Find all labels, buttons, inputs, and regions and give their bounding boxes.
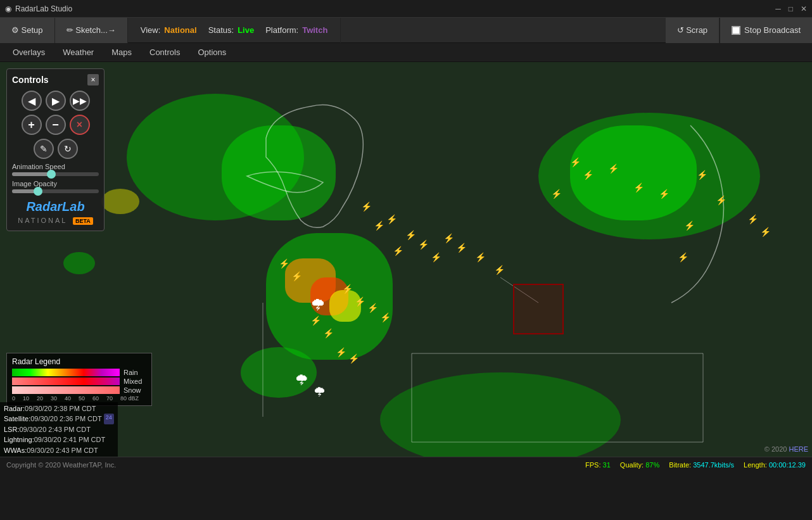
legend-row-mixed: Mixed <box>12 377 146 385</box>
image-opacity-track[interactable] <box>12 189 99 193</box>
edit-controls: ✎ ↻ <box>12 139 99 159</box>
stop-checkbox[interactable] <box>732 26 740 35</box>
menu-options[interactable]: Options <box>190 45 234 60</box>
map-area[interactable]: ⚡ ⚡ ⚡ ⚡ ⚡ ⚡ ⚡ ⚡ ⚡ ⚡ ⚡ ⚡ ⚡ ⚡ ⚡ ⚡ ⚡ ⚡ ⚡ ⚡ … <box>0 62 812 457</box>
controls-title: Controls <box>12 75 49 85</box>
animation-speed-control: Animation Speed <box>12 163 99 176</box>
bitrate-value: 3547.7kbits/s <box>693 461 734 469</box>
animation-speed-fill <box>12 172 51 176</box>
legend-bars: Rain Mixed Snow <box>12 369 146 394</box>
platform-label: Platform: <box>265 25 298 35</box>
stop-broadcast-button[interactable]: Stop Broadcast <box>720 18 812 43</box>
menu-controls[interactable]: Controls <box>142 45 187 60</box>
play-button[interactable]: ▶ <box>46 91 66 111</box>
length-value: 00:00:12.39 <box>769 461 806 469</box>
next-button[interactable]: ▶▶ <box>70 91 90 111</box>
view-label: View: <box>141 25 161 35</box>
legend-row-rain: Rain <box>12 369 146 376</box>
scale-0: 0 <box>12 395 15 402</box>
zoom-controls: + − × <box>12 115 99 135</box>
scale-80: 80 dBZ <box>120 395 139 402</box>
radarlab-logo: RadarLab NATIONAL BETA <box>12 200 99 225</box>
zoom-in-button[interactable]: + <box>22 115 42 135</box>
zoom-out-button[interactable]: − <box>46 115 66 135</box>
legend-label-snow: Snow <box>124 386 146 394</box>
ts-wwas-label: WWAs: <box>4 445 27 456</box>
quality-label: Quality: <box>620 461 644 469</box>
ts-radar: Radar: 09/30/20 2:38 PM CDT <box>4 403 114 414</box>
menubar: Overlays Weather Maps Controls Options <box>0 43 812 62</box>
maximize-button[interactable]: □ <box>789 4 793 13</box>
setup-button[interactable]: ⚙ Setup <box>0 18 55 43</box>
ts-satellite-value: 09/30/20 2:36 PM CDT <box>30 414 102 424</box>
scale-40: 40 <box>65 395 71 402</box>
close-button[interactable]: ✕ <box>801 4 807 13</box>
controls-close-button[interactable]: × <box>87 74 99 86</box>
copyright-text: Copyright © 2020 WeatherTAP, Inc. <box>6 461 116 469</box>
map-copyright-link[interactable]: HERE <box>789 445 808 453</box>
logo-main: RadarLab <box>26 200 84 213</box>
quality-value: 87% <box>645 461 659 469</box>
length-label: Length: <box>744 461 767 469</box>
ts-24-badge: 24 <box>104 414 114 424</box>
animation-speed-thumb[interactable] <box>47 170 56 179</box>
toolbar: ⚙ Setup ✏ Sketch...→ View: National Stat… <box>0 18 812 43</box>
title-left: ◉ RadarLab Studio <box>5 4 72 13</box>
map-copyright: © 2020 HERE <box>764 445 808 453</box>
titlebar: ◉ RadarLab Studio ─ □ ✕ <box>0 0 812 18</box>
prev-button[interactable]: ◀ <box>22 91 42 111</box>
legend-bar-snow <box>12 386 120 394</box>
fps-label: FPS: <box>585 461 600 469</box>
ts-satellite: Satellite: 09/30/20 2:36 PM CDT 24 <box>4 414 114 424</box>
image-opacity-thumb[interactable] <box>34 187 42 196</box>
ts-radar-value: 09/30/20 2:38 PM CDT <box>25 403 96 414</box>
ts-wwas-value: 09/30/20 2:43 PM CDT <box>27 445 98 456</box>
scale-50: 50 <box>79 395 85 402</box>
ts-lsr-label: LSR: <box>4 424 19 435</box>
bitrate-label: Bitrate: <box>669 461 691 469</box>
menu-weather[interactable]: Weather <box>55 45 101 60</box>
animation-speed-label: Animation Speed <box>12 163 99 170</box>
view-value: National <box>164 25 196 35</box>
legend-bar-rain <box>12 369 120 376</box>
edit-button[interactable]: ✎ <box>34 139 54 159</box>
logo-sub: NATIONAL <box>18 217 67 224</box>
legend-label-mixed: Mixed <box>124 377 146 385</box>
logo-beta: BETA <box>73 217 93 225</box>
legend-bar-mixed <box>12 377 120 385</box>
menu-maps[interactable]: Maps <box>104 45 139 60</box>
image-opacity-label: Image Opacity <box>12 180 99 187</box>
ts-lightning-label: Lightning: <box>4 434 34 445</box>
refresh-button[interactable]: ↻ <box>58 139 78 159</box>
ts-lsr: LSR: 09/30/20 2:43 PM CDT <box>4 424 114 435</box>
animation-speed-track[interactable] <box>12 172 99 176</box>
ts-lsr-value: 09/30/20 2:43 PM CDT <box>19 424 91 435</box>
ts-lightning: Lightning: 09/30/20 2:41 PM CDT <box>4 434 114 445</box>
scale-70: 70 <box>106 395 113 402</box>
timestamps: Radar: 09/30/20 2:38 PM CDT Satellite: 0… <box>0 402 118 457</box>
status-value: Live <box>238 25 254 35</box>
controls-header: Controls × <box>12 74 99 86</box>
cancel-button[interactable]: × <box>70 115 90 135</box>
ts-radar-label: Radar: <box>4 403 25 414</box>
legend-scale: 0 10 20 30 40 50 60 70 80 dBZ <box>12 395 139 402</box>
scrap-button[interactable]: ↺ Scrap <box>666 18 720 43</box>
menu-overlays[interactable]: Overlays <box>5 45 53 60</box>
scale-30: 30 <box>51 395 57 402</box>
stop-label: Stop Broadcast <box>744 25 801 35</box>
radar-legend: Radar Legend Rain Mixed Snow 0 10 20 30 … <box>6 353 152 406</box>
legend-title: Radar Legend <box>12 357 146 366</box>
minimize-button[interactable]: ─ <box>775 4 781 13</box>
logo-text: RadarLab <box>12 200 99 214</box>
legend-label-rain: Rain <box>124 369 146 376</box>
image-opacity-control: Image Opacity <box>12 180 99 193</box>
scale-20: 20 <box>37 395 43 402</box>
ts-satellite-label: Satellite: <box>4 414 30 424</box>
logo-sub-row: NATIONAL BETA <box>12 214 99 225</box>
sketch-button[interactable]: ✏ Sketch...→ <box>55 18 128 43</box>
wwa-box <box>513 284 564 334</box>
platform-value: Twitch <box>302 25 327 35</box>
scale-60: 60 <box>92 395 99 402</box>
window-controls[interactable]: ─ □ ✕ <box>775 4 807 13</box>
status-numbers: FPS: 31 Quality: 87% Bitrate: 3547.7kbit… <box>585 461 806 469</box>
